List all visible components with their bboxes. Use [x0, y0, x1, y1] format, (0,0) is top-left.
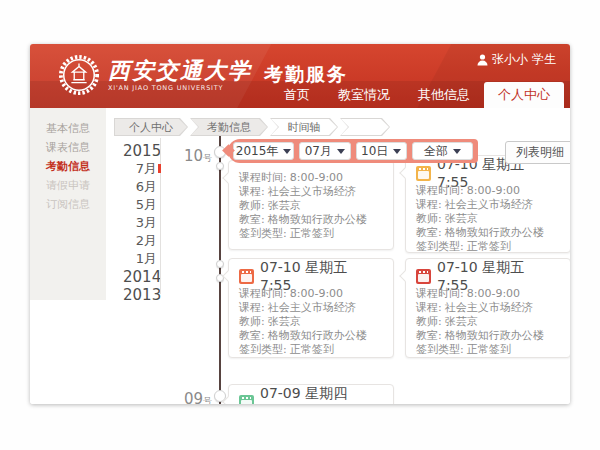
attendance-card[interactable]: 07-10 星期五 7:55 课程时间:8:00-9:00 课程:社会主义市场经…	[405, 155, 570, 253]
nav-item-other-info[interactable]: 其他信息	[404, 82, 484, 108]
day-select[interactable]: 10日	[356, 142, 407, 160]
day-marker-09: 09号	[172, 389, 212, 404]
timeline-node	[216, 162, 224, 170]
field-label: 课程时间:	[239, 287, 287, 300]
sidebar-item-subscription-info[interactable]: 订阅信息	[30, 195, 106, 214]
field-label: 课程:	[416, 198, 442, 211]
day-suffix: 号	[203, 396, 212, 404]
field-value: 8:00-9:00	[290, 171, 343, 184]
breadcrumb-personal-center[interactable]: 个人中心	[114, 118, 188, 136]
field-label: 教室:	[239, 329, 265, 342]
field-label: 教师:	[416, 212, 442, 225]
field-value: 社会主义市场经济	[268, 301, 356, 314]
app-header: 西安交通大学 XI'AN JIAO TONG UNIVERSITY 考勤服务 张…	[30, 44, 570, 108]
field-value: 张芸京	[268, 315, 301, 328]
field-label: 教师:	[416, 315, 442, 328]
calendar-icon	[239, 269, 254, 284]
list-detail-button[interactable]: 列表明细	[505, 141, 570, 164]
nav-item-home[interactable]: 首页	[270, 82, 324, 108]
field-label: 课程:	[239, 185, 265, 198]
card-notch	[399, 167, 410, 178]
field-value: 正常签到	[290, 343, 334, 356]
attendance-card[interactable]: 07-10 星期五 7:55 课程时间:8:00-9:00 课程:社会主义市场经…	[405, 258, 570, 358]
crumb-label: 考勤信息	[191, 119, 267, 135]
field-label: 课程时间:	[416, 184, 464, 197]
sidebar-item-basic-info[interactable]: 基本信息	[30, 119, 106, 138]
field-label: 签到类型:	[239, 343, 287, 356]
field-label: 签到类型:	[239, 227, 287, 240]
day-marker-10: 10号	[172, 146, 212, 165]
app-window: 西安交通大学 XI'AN JIAO TONG UNIVERSITY 考勤服务 张…	[30, 44, 570, 404]
type-select-value: 全部	[424, 143, 448, 160]
field-value: 8:00-9:00	[467, 287, 520, 300]
timeline-year-2013[interactable]: 2013	[123, 286, 157, 304]
attendance-card[interactable]: 课程时间:8:00-9:00 课程:社会主义市场经济 教师:张芸京 教室:格物致…	[228, 160, 394, 250]
current-month-indicator	[158, 164, 161, 173]
sidebar-item-attendance-info[interactable]: 考勤信息	[30, 157, 106, 176]
user-name: 张小小	[492, 51, 528, 68]
day-number: 10	[184, 147, 203, 165]
field-value: 社会主义市场经济	[445, 301, 533, 314]
user-info[interactable]: 张小小 学生	[477, 51, 556, 68]
field-value: 格物致知行政办公楼	[445, 226, 544, 239]
year-select[interactable]: 2015年	[233, 142, 294, 160]
attendance-card[interactable]: 07-09 星期四 7:55	[228, 384, 394, 404]
field-label: 教师:	[239, 199, 265, 212]
field-label: 签到类型:	[416, 343, 464, 356]
field-value: 正常签到	[467, 343, 511, 356]
attendance-card[interactable]: 07-10 星期五 7:55 课程时间:8:00-9:00 课程:社会主义市场经…	[228, 258, 394, 358]
page-background: 西安交通大学 XI'AN JIAO TONG UNIVERSITY 考勤服务 张…	[0, 0, 600, 450]
day-suffix: 号	[203, 153, 212, 163]
field-value: 格物致知行政办公楼	[268, 213, 367, 226]
field-value: 张芸京	[445, 315, 478, 328]
calendar-icon	[239, 395, 254, 405]
timeline-month-1[interactable]: 1月	[123, 250, 157, 268]
month-select[interactable]: 07月	[299, 142, 350, 160]
timeline-nav-separator	[160, 138, 161, 294]
field-value: 张芸京	[445, 212, 478, 225]
sidebar-item-leave-request[interactable]: 请假申请	[30, 176, 106, 195]
breadcrumb: 个人中心 考勤信息 时间轴	[112, 118, 390, 136]
main-nav: 首页 教室情况 其他信息 个人中心	[270, 82, 564, 108]
field-label: 教师:	[239, 315, 265, 328]
breadcrumb-attendance-info[interactable]: 考勤信息	[190, 118, 268, 136]
brand-text: 西安交通大学 XI'AN JIAO TONG UNIVERSITY	[108, 58, 252, 92]
type-select[interactable]: 全部	[412, 142, 473, 160]
timeline-month-6[interactable]: 6月	[123, 178, 157, 196]
field-value: 8:00-9:00	[290, 287, 343, 300]
month-select-value: 07月	[305, 143, 332, 160]
breadcrumb-empty	[340, 118, 390, 136]
card-date-title: 07-09 星期四 7:55	[260, 385, 383, 404]
date-filter-bar: 2015年 07月 10日 全部	[228, 139, 478, 163]
field-value: 格物致知行政办公楼	[268, 329, 367, 342]
day-select-value: 10日	[361, 143, 388, 160]
field-label: 课程时间:	[416, 287, 464, 300]
content-area: 基本信息 课表信息 考勤信息 请假申请 订阅信息 个人中心 考勤信息 时间轴	[30, 108, 570, 404]
timeline-month-5[interactable]: 5月	[123, 196, 157, 214]
calendar-icon	[416, 269, 431, 284]
timeline-month-7[interactable]: 7月	[123, 160, 157, 178]
chevron-down-icon	[337, 149, 345, 154]
field-label: 签到类型:	[416, 240, 464, 253]
chevron-down-icon	[283, 149, 291, 154]
card-notch	[222, 270, 233, 281]
timeline-month-2[interactable]: 2月	[123, 232, 157, 250]
nav-item-classrooms[interactable]: 教室情况	[324, 82, 404, 108]
university-name-en: XI'AN JIAO TONG UNIVERSITY	[108, 84, 252, 92]
timeline-year-nav: 2015 7月 6月 5月 3月 2月 1月 2014 2013	[123, 142, 157, 304]
field-label: 教室:	[239, 213, 265, 226]
timeline-month-3[interactable]: 3月	[123, 214, 157, 232]
sidebar-item-schedule-info[interactable]: 课表信息	[30, 138, 106, 157]
chevron-down-icon	[453, 149, 461, 154]
field-value: 社会主义市场经济	[268, 185, 356, 198]
nav-item-personal-center[interactable]: 个人中心	[484, 82, 564, 108]
field-value: 社会主义市场经济	[445, 198, 533, 211]
day-number: 09	[184, 390, 203, 404]
timeline-year-2015[interactable]: 2015	[123, 142, 157, 160]
card-notch	[399, 270, 410, 281]
field-value: 8:00-9:00	[467, 184, 520, 197]
field-label: 课程时间:	[239, 171, 287, 184]
sidebar: 基本信息 课表信息 考勤信息 请假申请 订阅信息	[30, 108, 106, 300]
field-value: 格物致知行政办公楼	[445, 329, 544, 342]
timeline-year-2014[interactable]: 2014	[123, 268, 157, 286]
